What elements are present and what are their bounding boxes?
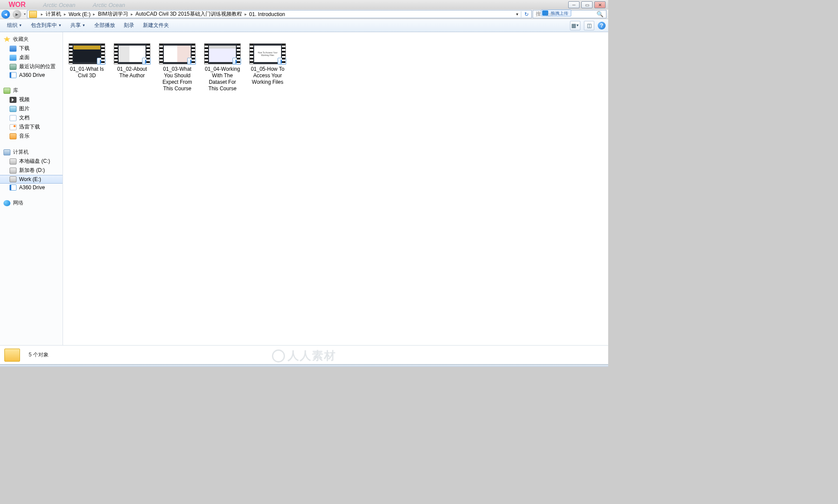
folder-icon: [29, 11, 37, 18]
file-list-pane[interactable]: 01_01-What Is Civil 3D01_02-About The Au…: [63, 32, 608, 345]
status-text: 5 个对象: [29, 351, 49, 359]
play-icon: [232, 58, 241, 65]
sidebar-item-xunlei[interactable]: 迅雷下载: [0, 122, 63, 132]
upload-tag[interactable]: 拖拽上传: [541, 10, 571, 16]
share-menu[interactable]: 共享▼: [66, 22, 90, 29]
sidebar-item-recent[interactable]: 最近访问的位置: [0, 62, 63, 71]
command-toolbar: 组织▼ 包含到库中▼ 共享▼ 全部播放 刻录 新建文件夹 ▦ ▼ ◫ ?: [0, 19, 608, 32]
nav-forward-button[interactable]: ►: [11, 10, 23, 19]
xunlei-icon: [10, 124, 17, 130]
file-name: 01_04-Working With The Dataset For This …: [204, 66, 241, 92]
play-icon: [278, 58, 286, 65]
watermark: 人人素材: [272, 348, 336, 363]
sidebar-item-a360[interactable]: A360 Drive: [0, 71, 63, 79]
file-name: 01_03-What You Should Expect From This C…: [159, 66, 196, 92]
a360-icon: [10, 72, 17, 78]
help-button[interactable]: ?: [598, 22, 606, 30]
play-icon: [97, 58, 106, 65]
background-window-titlebar: WOR Arctic Ocean Arctic Ocean ─ ▭ ✕: [0, 0, 608, 10]
search-input[interactable]: 搜索 拖拽上传 ion 🔍: [533, 10, 606, 18]
breadcrumb-item[interactable]: AutoCAD Civil 3D 2015基础入门训练视频教程: [135, 10, 242, 18]
preview-pane-button[interactable]: ◫: [584, 21, 594, 30]
sidebar-item-drive-d[interactable]: 新加卷 (D:): [0, 166, 63, 175]
sidebar-item-pictures[interactable]: 图片: [0, 104, 63, 113]
nav-history-dropdown[interactable]: ▾: [23, 10, 27, 19]
file-item[interactable]: 01_04-Working With The Dataset For This …: [204, 43, 241, 92]
sidebar-item-a360-drive[interactable]: A360 Drive: [0, 184, 63, 191]
sidebar-item-drive-c[interactable]: 本地磁盘 (C:): [0, 157, 63, 166]
close-button[interactable]: ✕: [594, 1, 606, 8]
address-bar-row: ◄ ► ▾ ▸ 计算机 ▸ Work (E:) ▸ BIM培训学习 ▸ Auto…: [0, 10, 608, 19]
refresh-button[interactable]: ↻: [521, 11, 531, 17]
file-item[interactable]: 01_02-About The Author: [113, 43, 151, 79]
document-icon: [10, 115, 17, 121]
burn-button[interactable]: 刻录: [119, 22, 139, 29]
chevron-right-icon: ▸: [62, 12, 68, 16]
bg-map-label-2: Arctic Ocean: [93, 2, 125, 8]
sidebar-item-music[interactable]: 音乐: [0, 132, 63, 141]
video-thumbnail: How To Access Your Working Files: [249, 43, 286, 64]
breadcrumb-bar[interactable]: ▸ 计算机 ▸ Work (E:) ▸ BIM培训学习 ▸ AutoCAD Ci…: [27, 10, 532, 18]
minimize-button[interactable]: ─: [568, 1, 580, 8]
hdd-icon: [10, 176, 17, 182]
sidebar-group-computer[interactable]: 计算机: [0, 148, 63, 157]
a360-icon: [10, 184, 17, 191]
organize-menu[interactable]: 组织▼: [3, 22, 26, 29]
library-icon: [3, 88, 10, 94]
hdd-icon: [10, 168, 17, 174]
folder-icon: [4, 349, 20, 362]
sidebar-group-network[interactable]: 网络: [0, 198, 63, 208]
file-item[interactable]: 01_01-What Is Civil 3D: [68, 43, 106, 79]
hdd-icon: [10, 158, 17, 165]
file-item[interactable]: 01_03-What You Should Expect From This C…: [159, 43, 196, 92]
sidebar-group-libraries[interactable]: 库: [0, 86, 63, 95]
video-icon: [10, 97, 17, 103]
chevron-right-icon: ▸: [129, 12, 135, 16]
sidebar-item-downloads[interactable]: 下载: [0, 44, 63, 53]
sidebar-item-videos[interactable]: 视频: [0, 95, 63, 104]
sidebar-group-favorites[interactable]: 收藏夹: [0, 35, 63, 44]
star-icon: [3, 36, 10, 43]
play-icon: [142, 58, 151, 65]
search-icon[interactable]: 🔍: [596, 11, 603, 17]
download-icon: [10, 46, 17, 52]
computer-icon: [3, 149, 10, 155]
include-in-library-menu[interactable]: 包含到库中▼: [26, 22, 66, 29]
sidebar-item-desktop[interactable]: 桌面: [0, 53, 63, 62]
taskbar-sliver: [0, 364, 608, 367]
breadcrumb-item[interactable]: 计算机: [45, 10, 62, 18]
video-thumbnail: [159, 43, 195, 64]
network-icon: [3, 200, 10, 206]
video-thumbnail: [114, 43, 150, 64]
watermark-icon: [272, 349, 285, 362]
video-thumbnail: [204, 43, 241, 64]
chevron-right-icon: ▸: [39, 12, 45, 16]
file-name: 01_02-About The Author: [113, 66, 151, 79]
recent-icon: [10, 64, 17, 70]
picture-icon: [10, 106, 17, 112]
new-folder-button[interactable]: 新建文件夹: [139, 22, 173, 29]
sidebar-item-drive-e[interactable]: Work (E:): [0, 175, 63, 184]
explorer-window: ◄ ► ▾ ▸ 计算机 ▸ Work (E:) ▸ BIM培训学习 ▸ Auto…: [0, 10, 608, 367]
video-thumbnail: [69, 43, 105, 64]
nav-back-button[interactable]: ◄: [0, 10, 11, 19]
music-icon: [10, 133, 17, 139]
search-ghost-text: ion: [546, 11, 553, 17]
chevron-down-icon: ▼: [19, 23, 22, 27]
file-name: 01_01-What Is Civil 3D: [68, 66, 106, 79]
view-options-button[interactable]: ▦ ▼: [570, 21, 580, 30]
breadcrumb-item[interactable]: BIM培训学习: [97, 10, 128, 18]
status-bar: 5 个对象 人人素材: [0, 345, 608, 364]
maximize-button[interactable]: ▭: [581, 1, 593, 8]
play-all-button[interactable]: 全部播放: [90, 22, 119, 29]
bg-map-label-1: Arctic Ocean: [43, 2, 75, 8]
breadcrumb-item[interactable]: Work (E:): [68, 11, 91, 17]
desktop-icon: [10, 55, 17, 61]
breadcrumb-dropdown[interactable]: ▾: [513, 12, 521, 16]
sidebar-item-documents[interactable]: 文档: [0, 113, 63, 122]
breadcrumb-item[interactable]: 01. Introduction: [249, 11, 286, 17]
chevron-down-icon: ▼: [58, 23, 62, 27]
file-name: 01_05-How To Access Your Working Files: [249, 66, 286, 86]
chevron-down-icon: ▼: [82, 23, 86, 27]
file-item[interactable]: How To Access Your Working Files01_05-Ho…: [249, 43, 286, 86]
